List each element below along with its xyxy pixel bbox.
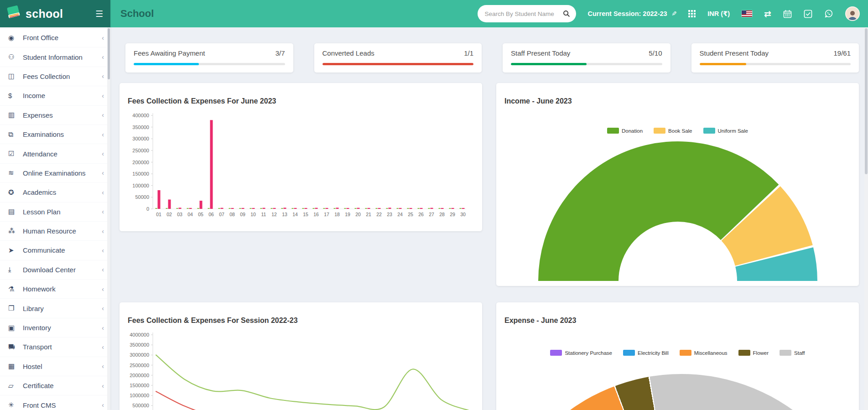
- legend-item-miscellaneous[interactable]: Miscellaneous: [680, 350, 728, 356]
- sidebar-item-human-resource[interactable]: ⁂Human Resource‹: [0, 222, 110, 241]
- student-information-icon: ⚇: [8, 53, 20, 61]
- progress-track: [511, 63, 662, 65]
- progress-fill: [511, 63, 587, 65]
- svg-text:3500000: 3500000: [130, 342, 149, 348]
- dashboard-content: Fees Awaiting Payment 3/7 Converted Lead…: [110, 27, 868, 410]
- stat-label: Student Present Today: [700, 49, 769, 57]
- progress-track: [322, 63, 474, 65]
- sidebar-item-homework[interactable]: ⚗Homework‹: [0, 280, 110, 299]
- charts-row-1: Fees Collection & Expenses For June 2023…: [110, 83, 868, 286]
- user-avatar[interactable]: [845, 6, 860, 21]
- sidebar-item-examinations[interactable]: ⧉Examinations‹: [0, 125, 110, 144]
- sidebar-item-online-examinations[interactable]: ≋Online Examinations‹: [0, 164, 110, 183]
- stat-card-fees-awaiting-payment[interactable]: Fees Awaiting Payment 3/7: [125, 43, 293, 73]
- sidebar-item-hostel[interactable]: ▦Hostel‹: [0, 357, 110, 376]
- svg-text:30: 30: [460, 212, 466, 217]
- student-search-input[interactable]: [485, 10, 559, 17]
- svg-text:19: 19: [345, 212, 350, 217]
- sidebar-item-income[interactable]: $Income‹: [0, 86, 110, 105]
- progress-fill: [134, 63, 199, 65]
- page-scrollbar-thumb[interactable]: [865, 28, 868, 174]
- stat-card-student-present-today[interactable]: Student Present Today 19/61: [691, 43, 859, 73]
- inventory-icon: ▣: [8, 324, 20, 332]
- expenses-icon: ▥: [8, 111, 20, 119]
- calendar-icon[interactable]: [783, 10, 792, 18]
- svg-text:24: 24: [397, 212, 403, 217]
- svg-text:14: 14: [292, 212, 298, 217]
- chevron-left-icon: ‹: [102, 247, 104, 254]
- legend-item-donation[interactable]: Donation: [607, 128, 643, 134]
- sidebar-toggle-hamburger-icon[interactable]: ☰: [95, 10, 103, 18]
- sidebar-item-communicate[interactable]: ➤Communicate‹: [0, 241, 110, 260]
- chevron-left-icon: ‹: [102, 343, 104, 351]
- sidebar-scrollbar[interactable]: [107, 27, 110, 410]
- chevron-left-icon: ‹: [102, 111, 104, 119]
- income-june-card: Income - June 2023 DonationBook SaleUnif…: [496, 83, 859, 286]
- stat-card-converted-leads[interactable]: Converted Leads 1/1: [314, 43, 482, 73]
- sidebar-item-library[interactable]: ❐Library‹: [0, 299, 110, 318]
- sidebar-item-attendance[interactable]: ☑Attendance‹: [0, 144, 110, 163]
- stat-value: 19/61: [833, 49, 851, 57]
- search-icon[interactable]: [563, 10, 570, 17]
- progress-fill: [700, 63, 747, 65]
- expense-chart-legend: Stationery PurchaseElectricity BillMisce…: [496, 350, 859, 356]
- sidebar-item-student-information[interactable]: ⚇Student Information‹: [0, 47, 110, 67]
- sidebar-scrollbar-thumb[interactable]: [108, 28, 110, 79]
- stat-label: Staff Present Today: [511, 49, 570, 57]
- sidebar-item-fees-collection[interactable]: ◫Fees Collection‹: [0, 67, 110, 86]
- sidebar-logo-bar: school ☰: [0, 0, 110, 27]
- svg-text:250000: 250000: [132, 148, 149, 153]
- chevron-left-icon: ‹: [102, 34, 104, 42]
- sidebar-item-academics[interactable]: ✪Academics‹: [0, 183, 110, 202]
- sidebar-item-front-office[interactable]: ◉Front Office‹: [0, 28, 110, 47]
- svg-text:400000: 400000: [132, 113, 149, 118]
- svg-text:07: 07: [219, 212, 224, 217]
- stat-card-staff-present-today[interactable]: Staff Present Today 5/10: [503, 43, 670, 73]
- svg-text:04: 04: [187, 212, 193, 217]
- legend-item-stationery-purchase[interactable]: Stationery Purchase: [550, 350, 612, 356]
- exchange-arrows-icon[interactable]: ⇄: [764, 9, 771, 19]
- edit-session-pencil-icon[interactable]: ✎: [671, 10, 677, 17]
- todo-check-square-icon[interactable]: [804, 10, 812, 18]
- front-cms-icon: ✳: [8, 401, 20, 409]
- page-title: School: [120, 8, 154, 20]
- chevron-left-icon: ‹: [102, 131, 104, 138]
- stat-value: 1/1: [464, 49, 473, 57]
- stat-value: 5/10: [649, 49, 662, 57]
- legend-swatch: [703, 128, 715, 134]
- current-session[interactable]: Current Session: 2022-23 ✎: [588, 10, 677, 17]
- sidebar-item-expenses[interactable]: ▥Expenses‹: [0, 106, 110, 125]
- page-scrollbar[interactable]: [864, 27, 868, 410]
- svg-text:2500000: 2500000: [130, 363, 149, 368]
- legend-item-uniform-sale[interactable]: Uniform Sale: [703, 128, 748, 134]
- svg-text:06: 06: [208, 212, 214, 217]
- fees-collection-icon: ◫: [8, 72, 20, 80]
- svg-text:200000: 200000: [132, 160, 149, 165]
- legend-item-flower[interactable]: Flower: [738, 350, 769, 356]
- svg-text:50000: 50000: [135, 194, 149, 200]
- currency-selector[interactable]: INR (₹): [707, 10, 730, 17]
- chevron-left-icon: ‹: [102, 363, 104, 370]
- income-chart-legend: DonationBook SaleUniform Sale: [496, 128, 859, 134]
- legend-item-electricity-bill[interactable]: Electricity Bill: [623, 350, 669, 356]
- apps-grid-icon[interactable]: [688, 10, 696, 17]
- sidebar-item-certificate[interactable]: ▱Certificate‹: [0, 376, 110, 395]
- svg-text:150000: 150000: [132, 171, 149, 176]
- chevron-left-icon: ‹: [102, 401, 104, 409]
- chevron-left-icon: ‹: [102, 208, 104, 215]
- sidebar-item-front-cms[interactable]: ✳Front CMS‹: [0, 395, 110, 410]
- sidebar-item-download-center[interactable]: ⤓Download Center‹: [0, 260, 110, 280]
- chart-title: Income - June 2023: [504, 97, 572, 105]
- whatsapp-icon[interactable]: [824, 9, 833, 18]
- svg-text:1000000: 1000000: [130, 393, 149, 398]
- human-resource-icon: ⁂: [8, 227, 20, 235]
- legend-item-book-sale[interactable]: Book Sale: [654, 128, 692, 134]
- stat-label: Converted Leads: [322, 49, 374, 57]
- sidebar-item-lesson-plan[interactable]: ▤Lesson Plan‹: [0, 202, 110, 222]
- legend-item-staff[interactable]: Staff: [780, 350, 805, 356]
- transport-icon: ⛟: [8, 343, 20, 351]
- sidebar-item-transport[interactable]: ⛟Transport‹: [0, 337, 110, 357]
- language-flag-us-icon[interactable]: [742, 10, 752, 17]
- current-session-label: Current Session: 2022-23: [588, 10, 667, 17]
- sidebar-item-inventory[interactable]: ▣Inventory‹: [0, 318, 110, 337]
